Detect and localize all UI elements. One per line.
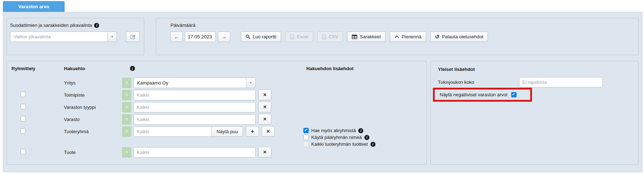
add-tuoteryhma-button[interactable]: + [246,126,259,137]
excel-file-icon [290,34,294,39]
info-icon[interactable]: i [370,142,375,147]
toimipiste-input[interactable] [134,90,256,100]
quick-select-controls: Valitse pikavalinta ▼ [10,32,140,42]
operator-equals-button[interactable]: = [122,102,131,112]
yritys-select[interactable]: Kampaamo Oy ▼ [134,78,256,88]
all-group-products-checkbox [303,141,309,147]
clear-varasto-button[interactable]: × [258,114,271,125]
quick-select-title: Suodattimien ja sarakkeiden pikavalinta [10,23,92,28]
info-icon[interactable]: i [94,23,99,28]
negative-values-checkbox[interactable] [511,92,517,97]
operator-equals-button[interactable]: = [122,78,131,88]
info-icon[interactable]: i [358,128,363,133]
pencil-square-icon [130,34,136,39]
operator-equals-button[interactable]: = [122,126,131,137]
columns-button[interactable]: Sarakkeet [347,32,386,42]
tab-varaston-arvo[interactable]: Varaston arvo [3,1,65,12]
quick-select-panel: Suodattimien ja sarakkeiden pikavalinta … [6,18,144,55]
chevron-down-icon[interactable]: ▼ [246,78,255,88]
criteria-row-toimipiste: Toimipiste = × [7,89,426,101]
criteria-row-tuote: Tuote = × [7,146,426,158]
general-conditions-panel: Yleiset lisäehdot Tulosjoukon koko Näytä… [430,61,639,165]
show-tree-button[interactable]: Näytä puu [211,126,243,137]
grouping-header: Ryhmittely [11,66,35,71]
extra-conditions-header: Hakuehdon lisäehdot [258,66,402,71]
info-icon[interactable]: i [130,66,135,71]
grouping-checkbox-toimipiste[interactable] [20,92,26,97]
toolbar-row: Suodattimien ja sarakkeiden pikavalinta … [6,18,639,55]
next-day-button[interactable]: → [218,32,230,42]
info-icon[interactable]: i [364,135,369,140]
report-container: Suodattimien ja sarakkeiden pikavalinta … [3,12,643,172]
result-size-label: Tulosjoukon koko [438,79,474,85]
extra-option-label: Hae myös aliryhmistä [311,128,356,133]
row-label: Varaston tyyppi [64,105,122,110]
quick-select-placeholder: Valitse pikavalinta [10,32,107,42]
chevron-up-icon [395,35,399,38]
search-icon [246,34,250,39]
grouping-checkbox-tuote[interactable] [20,149,26,154]
row-label: Yritys [64,80,122,86]
csv-label: CSV [329,34,339,39]
reset-defaults-label: Palauta oletusehdot [442,34,483,39]
result-size-input[interactable] [519,77,603,87]
varasto-input[interactable] [134,114,256,125]
clear-toimipiste-button[interactable]: × [258,90,271,100]
tuoteryhma-input[interactable] [134,126,212,137]
columns-label: Sarakkeet [360,34,381,39]
edit-quick-select-button[interactable] [126,32,140,42]
create-report-label: Luo raportti [253,34,276,39]
reset-defaults-button[interactable]: ↺ Palauta oletusehdot [430,32,488,42]
clear-tuote-button[interactable]: × [258,147,271,158]
varaston-tyyppi-input[interactable] [134,102,256,112]
row-label: Varasto [64,117,122,122]
date-controls: ← → Luo raportti [171,32,633,42]
chevron-down-icon[interactable]: ▼ [107,32,117,42]
search-subgroups-checkbox[interactable] [303,128,309,133]
criteria-row-varaston-tyyppi: Varaston tyyppi = × [7,101,426,113]
date-title: Päivämäärä [171,23,195,28]
extra-option-label: Käytä pääryhmän nimeä [311,135,362,140]
row-label: Tuoteryhmä [64,129,122,134]
row-label: Tuote [64,150,122,155]
criteria-row: Ryhmittely Hakuehto i Hakuehdon lisäehdo… [6,61,639,165]
date-input[interactable] [185,32,216,42]
clear-varaston-tyyppi-button[interactable]: × [258,102,271,112]
criteria-row-varasto: Varasto = × [7,113,426,125]
clear-tuoteryhma-button[interactable]: × [262,126,275,137]
minimize-button[interactable]: Pienennä [390,32,426,42]
operator-equals-button[interactable]: = [122,90,131,100]
extra-option-label: Kaikki tuoteryhmän tuotteet [311,141,368,147]
minimize-label: Pienennä [402,34,421,39]
previous-day-button[interactable]: ← [171,32,183,42]
quick-select-title-row: Suodattimien ja sarakkeiden pikavalinta … [10,23,140,28]
negative-values-highlight-box: Näytä negatiiviset varaston arvot [433,88,532,102]
criteria-headers: Ryhmittely Hakuehto i Hakuehdon lisäehdo… [7,66,426,77]
excel-label: Excel [297,34,308,39]
quick-select-dropdown[interactable]: Valitse pikavalinta ▼ [10,32,117,42]
negative-values-label: Näytä negatiiviset varaston arvot [440,92,508,97]
undo-icon: ↺ [435,34,440,39]
extra-option-row: Käytä pääryhmän nimeä i [303,134,375,141]
operator-equals-button[interactable]: = [122,147,131,158]
grouping-checkbox-varaston-tyyppi[interactable] [20,104,26,109]
yritys-select-value: Kampaamo Oy [134,78,246,88]
csv-file-icon [322,34,326,39]
table-columns-icon [352,35,357,39]
create-report-button[interactable]: Luo raportti [241,32,281,42]
criteria-header: Hakuehto [64,66,85,71]
extra-option-row: Hae myös aliryhmistä i [303,127,375,134]
use-main-group-name-checkbox[interactable] [303,135,309,140]
grouping-checkbox-tuoteryhma[interactable] [20,128,26,134]
operator-equals-button[interactable]: = [122,114,131,125]
row-label: Toimipiste [64,92,122,98]
csv-button: CSV [317,32,343,42]
general-conditions-title: Yleiset lisäehdot [438,67,475,72]
extra-option-row: Kaikki tuoteryhmän tuotteet i [303,141,375,148]
excel-button: Excel [285,32,313,42]
search-criteria-panel: Ryhmittely Hakuehto i Hakuehdon lisäehdo… [6,61,427,165]
date-panel: Päivämäärä ← → Luo raportti [156,18,639,55]
tuote-input[interactable] [134,147,256,158]
criteria-row-yritys: Yritys = Kampaamo Oy ▼ [7,77,426,89]
grouping-checkbox-varasto[interactable] [20,116,26,121]
